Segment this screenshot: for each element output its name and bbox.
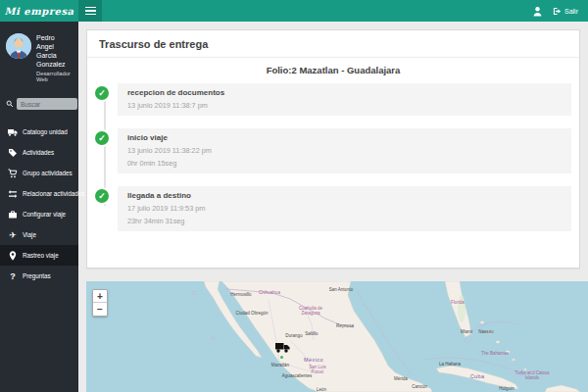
map-label: Florida [451,300,465,305]
map-label: Cuba [470,373,485,379]
map-label: Saltillo [305,331,318,336]
map-label: Aguascalientes [282,373,313,378]
map-label: Mazatlán [271,363,289,368]
sidebar-item-grupo-actividades[interactable]: Grupo actividades [0,163,78,183]
sidebar-item-label: Relacionar actividades [23,190,84,197]
route-point-dot [280,356,283,359]
sidebar-item-relacionar-actividades[interactable]: Relacionar actividades [0,183,78,204]
top-bar: Mi empresa Salir [0,0,588,22]
sidebar-item-label: Viaje [23,231,36,238]
timeline-step-duration: 0hr 0min 15seg [127,159,562,168]
map-label: Chihuahua [259,290,280,295]
map-label: León [317,387,326,392]
exchange-icon [8,189,18,199]
delivery-timeline: ✓ recepcion de documentos 13 junio 2019 … [93,83,571,231]
sidebar-item-catalogo-unidad[interactable]: Catalogo unidad [0,122,78,142]
user-name-line2: Garcia Gonzalez [36,52,66,68]
main-content: Trascurso de entrega Folio:2 Mazatlan - … [78,22,588,392]
timeline-item: ✓ llegada a destino 17 julio 2019 11:9:5… [93,186,571,231]
user-role: Desarrollador Web [36,71,73,82]
timeline-row: recepcion de documentos 13 junio 2019 11… [118,83,571,116]
question-icon: ? [8,271,18,281]
map-label: Reynosa [336,323,354,328]
zoom-in-button[interactable]: + [93,290,107,303]
map-marker-icon [8,251,18,261]
folio-subtitle: Folio:2 Mazatlan - Guadalajara [87,65,579,75]
sidebar-item-label: Grupo actividades [23,170,73,176]
plane-icon: ✈ [8,230,18,240]
logout-button[interactable]: Salir [549,0,588,22]
user-name-line1: Pedro Angel [36,34,55,50]
truck-marker-icon[interactable] [274,340,291,355]
sign-out-icon [553,7,562,16]
map-label: Holguín [499,386,514,391]
timeline-item: ✓ inicio viaje 13 junio 2019 11:38:22 pm… [93,128,571,173]
sidebar-item-label: Actividades [23,149,54,156]
map-label: La Habana [439,362,461,367]
map-label: Coahuila de Zaragoza [294,306,327,316]
timeline-step-title: recepcion de documentos [127,88,562,97]
logout-label: Salir [564,8,578,15]
truck-icon [8,127,18,137]
user-profile: Pedro Angel Garcia Gonzalez Desarrollado… [0,22,78,90]
sidebar-item-label: Rastreo viaje [23,252,59,259]
map-label: Miami [461,329,472,334]
map-label: Cancún [412,384,427,389]
map-label: Hermosillo [230,292,251,297]
sidebar: Pedro Angel Garcia Gonzalez Desarrollado… [0,22,78,392]
map-zoom-control: + − [92,289,108,317]
map-label: San Luis Potosí [304,365,331,374]
hamburger-menu-icon[interactable] [78,0,102,22]
check-circle-icon: ✓ [93,187,111,205]
zoom-out-button[interactable]: − [93,303,107,316]
map-label: San Antonio [329,287,353,292]
timeline-item: ✓ recepcion de documentos 13 junio 2019 … [93,83,571,116]
map-label: Ciudad Obregón [235,311,268,316]
delivery-card: Trascurso de entrega Folio:2 Mazatlan - … [86,29,580,269]
sidebar-item-label: Preguntas [23,272,51,279]
map-label: Mérida [394,376,408,381]
map-label: Nassau [478,329,493,334]
page-title: Trascurso de entrega [87,30,579,58]
avatar [6,33,31,59]
sidebar-search [0,90,78,120]
sidebar-item-preguntas[interactable]: ? Preguntas [0,266,78,286]
sidebar-menu: Catalogo unidad Actividades Grupo activi… [0,122,78,286]
brand-logo[interactable]: Mi empresa [0,0,78,22]
timeline-step-title: llegada a destino [127,191,562,200]
map-label: Durango [285,333,302,338]
sidebar-item-configurar-viaje[interactable]: Configurar viaje [0,204,78,224]
sidebar-item-rastreo-viaje[interactable]: Rastreo viaje [0,245,78,266]
timeline-step-timestamp: 13 junio 2019 11:38:22 pm [127,146,562,155]
briefcase-icon [8,210,18,220]
sidebar-item-label: Configurar viaje [23,211,66,218]
sidebar-item-actividades[interactable]: Actividades [0,142,78,163]
sidebar-item-label: Catalogo unidad [23,128,68,135]
tracking-map[interactable]: + − Hermosillo Chihuahua Ciudad Obregón … [86,281,588,392]
timeline-row: inicio viaje 13 junio 2019 11:38:22 pm 0… [118,128,571,173]
timeline-step-title: inicio viaje [127,133,562,142]
check-circle-icon: ✓ [93,84,111,102]
search-input[interactable] [17,98,77,110]
tag-icon [8,148,18,158]
check-circle-icon: ✓ [93,129,111,147]
map-label: México [304,357,323,363]
map-land-shapes [86,281,588,392]
map-label: Turks and Caicos Islands [514,370,550,380]
timeline-step-timestamp: 17 julio 2019 11:9:53 pm [127,204,562,213]
search-icon [6,100,14,108]
user-icon[interactable] [526,0,549,22]
header-spacer [102,0,526,22]
cart-icon [8,169,18,178]
map-label: The Bahamas [481,351,509,356]
sidebar-item-viaje[interactable]: ✈ Viaje [0,224,78,245]
timeline-step-timestamp: 13 junio 2019 11:38:7 pm [127,101,562,110]
timeline-row: llegada a destino 17 julio 2019 11:9:53 … [118,186,571,231]
timeline-step-duration: 23hr 34min 31seg [127,217,562,225]
